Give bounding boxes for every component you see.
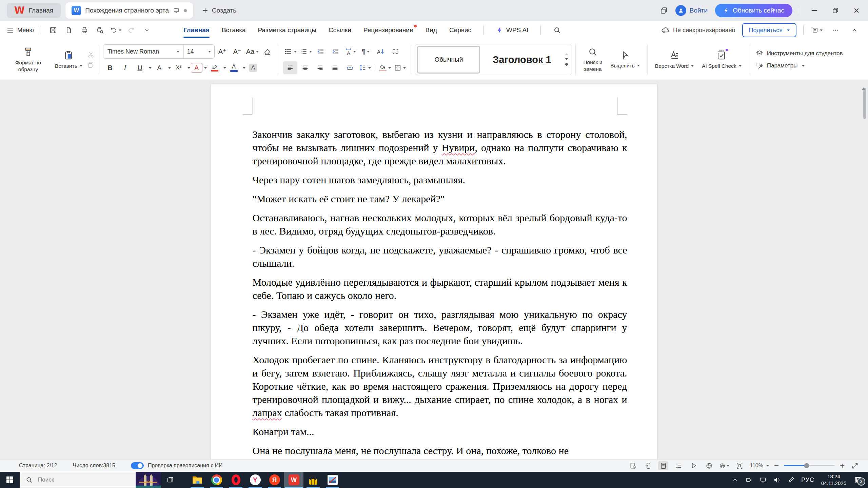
share-button[interactable]: Поделиться bbox=[742, 23, 796, 37]
clear-format-button[interactable] bbox=[260, 45, 275, 58]
paste-button[interactable]: Вставить bbox=[52, 49, 86, 70]
highlight-color-button[interactable] bbox=[208, 61, 222, 74]
paragraph[interactable]: Закончив закалку заготовок, выбегаю из к… bbox=[253, 128, 627, 167]
more-options-button[interactable] bbox=[829, 24, 842, 36]
paragraph[interactable]: - Экзамен уже идёт, - говорит он тихо, р… bbox=[253, 308, 627, 347]
taskbar-app-image-editor[interactable] bbox=[323, 472, 342, 488]
copy-icon[interactable] bbox=[87, 61, 95, 68]
language-indicator[interactable]: РУС bbox=[801, 476, 814, 484]
sort-button[interactable]: А bbox=[373, 45, 388, 58]
vertical-scrollbar[interactable] bbox=[862, 82, 868, 458]
new-tab-button[interactable]: Создать bbox=[198, 7, 240, 14]
print-button[interactable] bbox=[78, 24, 91, 36]
clock[interactable]: 18:24 04.11.2025 bbox=[821, 473, 846, 487]
ribbon-tab-tools[interactable]: Сервис bbox=[449, 21, 471, 39]
borders-button[interactable] bbox=[393, 61, 407, 74]
notification-center-button[interactable]: 3 bbox=[853, 475, 863, 485]
close-button[interactable]: × bbox=[850, 4, 863, 17]
bullet-list-button[interactable] bbox=[283, 45, 298, 58]
eye-protection-button[interactable] bbox=[719, 461, 729, 470]
zoom-level[interactable]: 110% bbox=[750, 463, 769, 469]
expand-gallery-icon[interactable] bbox=[565, 63, 568, 66]
chevron-down-icon[interactable] bbox=[223, 67, 226, 69]
ribbon-tab-references[interactable]: Ссылки bbox=[329, 21, 351, 39]
taskbar-app-yandex[interactable]: Я bbox=[265, 472, 284, 488]
taskbar-search[interactable] bbox=[20, 472, 161, 488]
network-icon[interactable] bbox=[759, 476, 767, 484]
taskbar-app-file-explorer[interactable] bbox=[188, 472, 207, 488]
recent-edit-button[interactable] bbox=[628, 461, 638, 470]
underline-button[interactable]: U bbox=[133, 61, 147, 74]
fullscreen-button[interactable] bbox=[850, 461, 860, 470]
outline-view-button[interactable] bbox=[673, 461, 684, 470]
justify-button[interactable] bbox=[328, 61, 342, 74]
font-size-select[interactable]: 14 bbox=[183, 45, 214, 58]
superscript-button[interactable]: X² bbox=[172, 61, 186, 74]
ribbon-tab-home[interactable]: Главная bbox=[183, 21, 210, 39]
ribbon-tab-view[interactable]: Вид bbox=[426, 21, 437, 39]
zoom-out-button[interactable]: − bbox=[774, 462, 779, 470]
search-icon[interactable] bbox=[553, 26, 561, 34]
options-button[interactable]: Параметры bbox=[755, 62, 843, 70]
numbered-list-button[interactable] bbox=[298, 45, 313, 58]
save-button[interactable] bbox=[47, 24, 59, 36]
italic-button[interactable]: I bbox=[118, 61, 132, 74]
taskbar-app-chrome[interactable] bbox=[207, 472, 226, 488]
line-spacing-button[interactable] bbox=[358, 61, 372, 74]
zoom-slider[interactable] bbox=[784, 465, 835, 466]
char-shading-button[interactable]: А bbox=[246, 61, 260, 74]
distribute-button[interactable] bbox=[343, 61, 357, 74]
ribbon-tab-wps-ai[interactable]: WPS AI bbox=[496, 21, 528, 39]
cut-icon[interactable] bbox=[87, 51, 95, 58]
chevron-down-icon[interactable] bbox=[149, 67, 152, 69]
paragraph-settings-button[interactable]: ¶ bbox=[358, 45, 373, 58]
student-tools-button[interactable]: Инструменты для студентов bbox=[755, 49, 843, 58]
align-left-button[interactable] bbox=[283, 61, 297, 74]
find-replace-button[interactable]: Поиск и замена bbox=[580, 46, 606, 74]
chevron-down-icon[interactable] bbox=[243, 67, 245, 69]
task-pane-button[interactable] bbox=[810, 24, 823, 36]
minimize-button[interactable] bbox=[808, 4, 821, 17]
scroll-down-icon[interactable] bbox=[565, 58, 568, 60]
read-mode-button[interactable] bbox=[689, 461, 699, 470]
ribbon-tab-insert[interactable]: Вставка bbox=[222, 21, 246, 39]
text-effects-button[interactable]: А bbox=[191, 63, 202, 73]
pen-icon[interactable] bbox=[788, 476, 794, 483]
screen-record-icon[interactable] bbox=[745, 476, 752, 484]
taskbar-search-input[interactable] bbox=[37, 476, 106, 484]
font-name-select[interactable]: Times New Roman bbox=[103, 45, 183, 58]
increase-indent-button[interactable] bbox=[329, 45, 343, 58]
taskbar-app-wps-office[interactable]: W bbox=[284, 472, 303, 488]
tray-expand-button[interactable] bbox=[732, 477, 738, 483]
chevron-down-icon[interactable] bbox=[188, 67, 190, 69]
word-layout-button[interactable]: Верстка Word bbox=[652, 49, 697, 70]
paragraph[interactable]: Молодые удивлённо переглядываются и фырк… bbox=[253, 276, 627, 302]
align-center-button[interactable] bbox=[298, 61, 312, 74]
ribbon-tab-page-layout[interactable]: Разметка страницы bbox=[258, 21, 316, 39]
document-page[interactable]: Закончив закалку заготовок, выбегаю из к… bbox=[211, 84, 657, 459]
print-preview-button[interactable] bbox=[94, 24, 106, 36]
scrollbar-thumb[interactable] bbox=[863, 88, 866, 119]
taskbar-app-opera[interactable] bbox=[226, 472, 245, 488]
export-button[interactable] bbox=[63, 24, 75, 36]
style-normal[interactable]: Обычный bbox=[417, 46, 480, 74]
show-marks-button[interactable] bbox=[388, 45, 402, 58]
decrease-indent-button[interactable] bbox=[314, 45, 328, 58]
zoom-slider-thumb[interactable] bbox=[804, 463, 809, 468]
ribbon-tab-review[interactable]: Рецензирование bbox=[363, 21, 413, 39]
tab-home[interactable]: W Главная bbox=[7, 3, 61, 18]
paragraph[interactable]: "Может искать её стоит не там? У лекарей… bbox=[253, 192, 627, 205]
style-heading1[interactable]: Заголовок 1 bbox=[483, 47, 561, 73]
web-layout-button[interactable] bbox=[704, 461, 714, 470]
fit-page-button[interactable] bbox=[734, 461, 745, 470]
grow-font-button[interactable]: А⁺ bbox=[215, 45, 230, 58]
bold-button[interactable]: B bbox=[103, 61, 117, 74]
undo-button[interactable] bbox=[110, 24, 122, 36]
scroll-up-icon[interactable] bbox=[565, 53, 568, 55]
font-color-button[interactable]: А bbox=[227, 61, 241, 74]
paragraph[interactable]: Конагри там... bbox=[253, 425, 627, 438]
paragraph[interactable]: Через пару сотен шагов замедляюсь, размы… bbox=[253, 173, 627, 186]
print-layout-button[interactable] bbox=[658, 461, 668, 470]
volume-icon[interactable] bbox=[773, 476, 781, 484]
align-right-button[interactable] bbox=[313, 61, 327, 74]
